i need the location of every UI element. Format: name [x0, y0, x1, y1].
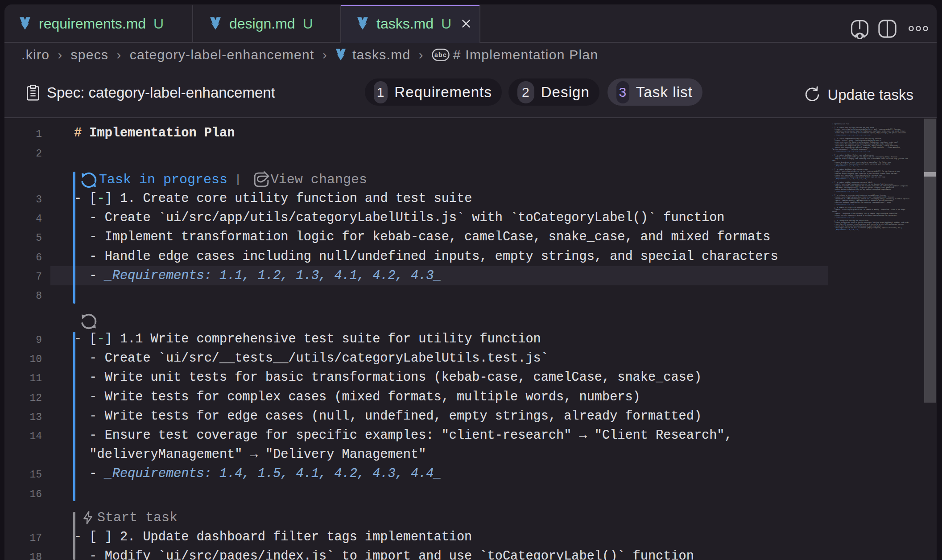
svg-text:abc: abc: [434, 51, 447, 58]
